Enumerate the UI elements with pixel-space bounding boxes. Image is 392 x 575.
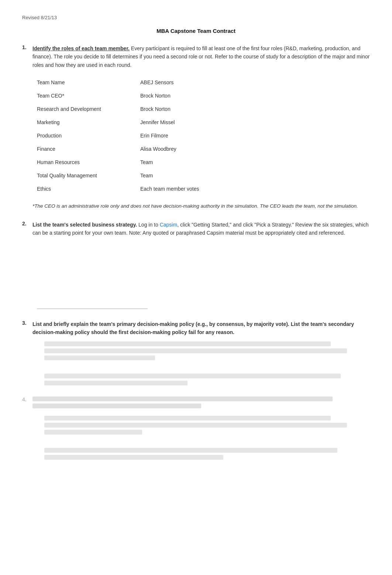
section-3-heading: List and briefly explain the team's prim… <box>32 321 354 335</box>
role-value-team-name: ABEJ Sensors <box>140 79 173 85</box>
section-4-blurred-content-1 <box>44 416 370 435</box>
blurred-line <box>44 355 155 360</box>
role-value-tqm: Team <box>140 173 153 178</box>
section-3-number: 3. <box>22 320 30 337</box>
blurred-line <box>44 455 223 460</box>
section-4-blurred-content-2 <box>44 448 370 460</box>
page-title: MBA Capstone Team Contract <box>22 28 370 34</box>
blurred-line <box>32 397 333 401</box>
revised-date: Revised 8/21/13 <box>22 15 370 20</box>
role-label-ceo: Team CEO* <box>37 93 140 99</box>
table-row: Marketing Jennifer Missel <box>37 116 295 129</box>
capsim-link[interactable]: Capsim <box>160 222 177 228</box>
table-row: Finance Alisa Woodbrey <box>37 142 295 156</box>
blurred-line <box>44 374 341 378</box>
blurred-line <box>44 430 142 435</box>
blurred-line <box>44 381 188 385</box>
section-1-heading: Identify the roles of each team member. <box>32 45 130 51</box>
section-1-footnote: *The CEO is an administrative role only … <box>32 202 370 210</box>
role-value-marketing: Jennifer Missel <box>140 119 175 125</box>
section-3-blurred-content-2 <box>44 374 370 385</box>
role-value-production: Erin Filmore <box>140 133 168 139</box>
role-value-hr: Team <box>140 159 153 165</box>
blurred-line <box>44 341 331 346</box>
role-label-hr: Human Resources <box>37 159 140 165</box>
role-value-ethics: Each team member votes <box>140 186 199 192</box>
table-row: Production Erin Filmore <box>37 129 295 142</box>
section-2: 2. List the team's selected business str… <box>22 221 370 309</box>
section-2-heading: List the team's selected business strate… <box>32 222 137 228</box>
section-3-text: List and briefly explain the team's prim… <box>32 320 370 337</box>
section-2-text: List the team's selected business strate… <box>32 221 370 237</box>
role-label-ethics: Ethics <box>37 186 140 192</box>
blurred-line <box>32 404 201 408</box>
table-row: Ethics Each team member votes <box>37 182 295 195</box>
blurred-line <box>44 348 347 353</box>
blurred-line <box>44 448 337 453</box>
role-label-rd: Research and Development <box>37 106 140 112</box>
section-1: 1. Identify the roles of each team membe… <box>22 44 370 210</box>
section-4: 4. <box>22 397 370 460</box>
section-2-body-pre: Log in to <box>137 222 160 228</box>
role-value-ceo: Brock Norton <box>140 93 171 99</box>
section-3: 3. List and briefly explain the team's p… <box>22 320 370 386</box>
table-row: Team CEO* Brock Norton <box>37 89 295 102</box>
section-4-blurred-heading <box>32 397 370 411</box>
section-3-blurred-content-1 <box>44 341 370 360</box>
blurred-line <box>44 423 347 428</box>
section-1-number: 1. <box>22 44 30 69</box>
section-4-number: 4. <box>22 397 30 411</box>
roles-table: Team Name ABEJ Sensors Team CEO* Brock N… <box>37 76 295 195</box>
section-1-text: Identify the roles of each team member. … <box>32 44 370 69</box>
role-label-finance: Finance <box>37 146 140 152</box>
role-value-finance: Alisa Woodbrey <box>140 146 176 152</box>
role-label-tqm: Total Quality Management <box>37 173 140 178</box>
section-2-number: 2. <box>22 221 30 237</box>
role-label-team-name: Team Name <box>37 79 140 85</box>
role-label-marketing: Marketing <box>37 119 140 125</box>
table-row: Team Name ABEJ Sensors <box>37 76 295 89</box>
role-label-production: Production <box>37 133 140 139</box>
role-value-rd: Brock Norton <box>140 106 171 112</box>
strategy-input-area <box>37 242 148 309</box>
table-row: Total Quality Management Team <box>37 169 295 182</box>
table-row: Human Resources Team <box>37 156 295 169</box>
table-row: Research and Development Brock Norton <box>37 102 295 116</box>
blurred-line <box>44 416 331 421</box>
